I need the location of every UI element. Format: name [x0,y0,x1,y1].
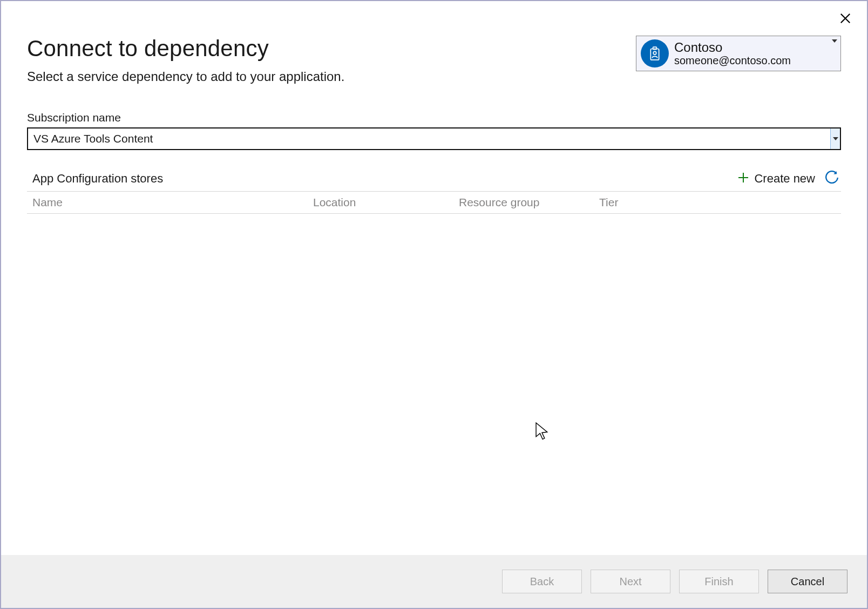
svg-rect-3 [653,47,657,49]
refresh-button[interactable] [825,171,839,187]
page-title: Connect to dependency [27,36,636,62]
cancel-button[interactable]: Cancel [768,570,847,593]
refresh-icon [825,171,839,187]
table-header: Name Location Resource group Tier [27,192,841,214]
column-name: Name [32,196,313,209]
column-tier: Tier [599,196,836,209]
chevron-down-icon [832,39,837,43]
close-button[interactable] [837,11,854,28]
section-title: App Configuration stores [32,172,163,186]
subscription-label: Subscription name [27,111,841,124]
dropdown-button[interactable] [830,128,840,149]
wizard-footer: Back Next Finish Cancel [1,555,867,608]
create-new-label: Create new [754,172,815,186]
back-button[interactable]: Back [502,570,582,593]
badge-icon [641,39,669,67]
connect-dependency-dialog: Connect to dependency Select a service d… [0,0,868,609]
next-button[interactable]: Next [591,570,670,593]
column-location: Location [313,196,459,209]
subscription-value: VS Azure Tools Content [33,132,153,145]
svg-point-4 [653,51,656,54]
close-icon [839,12,851,26]
finish-button[interactable]: Finish [679,570,759,593]
subscription-select[interactable]: VS Azure Tools Content [27,127,841,150]
plus-icon [737,171,750,186]
column-resource-group: Resource group [459,196,599,209]
create-new-button[interactable]: Create new [737,171,815,186]
page-subtitle: Select a service dependency to add to yo… [27,69,636,84]
account-email: someone@contoso.com [674,55,791,67]
account-name: Contoso [674,40,791,55]
chevron-down-icon [833,137,838,140]
account-picker[interactable]: Contoso someone@contoso.com [636,36,841,71]
cursor-icon [534,422,550,443]
